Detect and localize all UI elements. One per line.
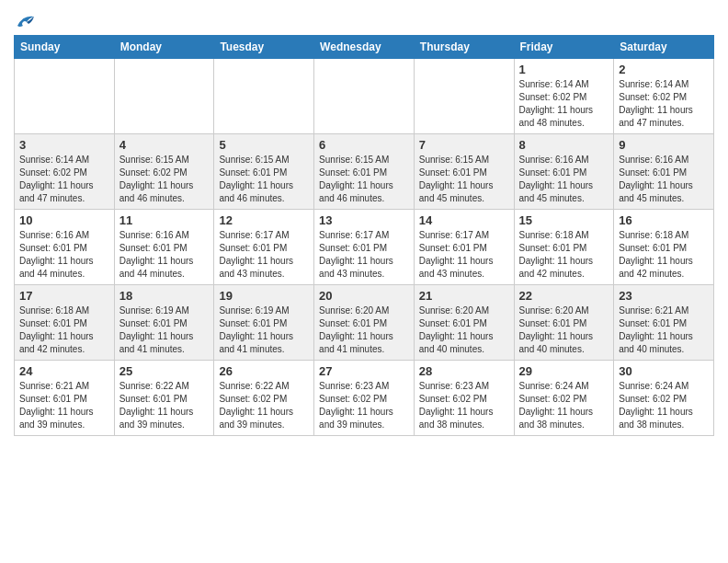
calendar-cell: 6Sunrise: 6:15 AMSunset: 6:01 PMDaylight… — [314, 134, 415, 210]
page: SundayMondayTuesdayWednesdayThursdayFrid… — [0, 0, 728, 450]
day-number: 11 — [119, 213, 210, 227]
day-info: Sunrise: 6:23 AMSunset: 6:02 PMDaylight:… — [319, 380, 409, 431]
calendar-cell: 3Sunrise: 6:14 AMSunset: 6:02 PMDaylight… — [15, 134, 115, 210]
calendar-cell: 11Sunrise: 6:16 AMSunset: 6:01 PMDayligh… — [114, 210, 214, 285]
calendar-cell: 13Sunrise: 6:17 AMSunset: 6:01 PMDayligh… — [314, 210, 415, 285]
day-info: Sunrise: 6:20 AMSunset: 6:01 PMDaylight:… — [419, 304, 509, 356]
calendar-cell: 16Sunrise: 6:18 AMSunset: 6:01 PMDayligh… — [614, 210, 714, 285]
day-info: Sunrise: 6:14 AMSunset: 6:02 PMDaylight:… — [619, 78, 709, 130]
calendar-cell: 21Sunrise: 6:20 AMSunset: 6:01 PMDayligh… — [414, 285, 514, 361]
day-info: Sunrise: 6:21 AMSunset: 6:01 PMDaylight:… — [619, 304, 709, 356]
calendar-header-saturday: Saturday — [614, 36, 714, 59]
calendar-header-friday: Friday — [514, 36, 614, 59]
calendar-header-wednesday: Wednesday — [314, 36, 415, 59]
calendar-cell: 15Sunrise: 6:18 AMSunset: 6:01 PMDayligh… — [514, 210, 614, 285]
day-number: 19 — [219, 289, 309, 303]
day-number: 26 — [219, 364, 309, 378]
day-info: Sunrise: 6:17 AMSunset: 6:01 PMDaylight:… — [419, 229, 509, 281]
day-info: Sunrise: 6:22 AMSunset: 6:01 PMDaylight:… — [119, 380, 210, 431]
day-number: 28 — [419, 364, 509, 378]
day-number: 14 — [419, 213, 509, 227]
calendar-cell: 20Sunrise: 6:20 AMSunset: 6:01 PMDayligh… — [314, 285, 415, 361]
day-number: 21 — [419, 289, 509, 303]
day-number: 18 — [119, 289, 210, 303]
calendar-header-thursday: Thursday — [414, 36, 514, 59]
day-number: 23 — [619, 289, 709, 303]
calendar-cell: 26Sunrise: 6:22 AMSunset: 6:02 PMDayligh… — [214, 361, 314, 436]
calendar-table: SundayMondayTuesdayWednesdayThursdayFrid… — [14, 35, 714, 436]
logo-text — [14, 13, 36, 29]
day-info: Sunrise: 6:18 AMSunset: 6:01 PMDaylight:… — [519, 229, 609, 281]
calendar-week-row: 3Sunrise: 6:14 AMSunset: 6:02 PMDaylight… — [15, 134, 714, 210]
day-number: 16 — [619, 213, 709, 227]
day-info: Sunrise: 6:23 AMSunset: 6:02 PMDaylight:… — [419, 380, 509, 431]
day-number: 9 — [619, 138, 709, 152]
day-info: Sunrise: 6:21 AMSunset: 6:01 PMDaylight:… — [19, 380, 109, 431]
day-info: Sunrise: 6:17 AMSunset: 6:01 PMDaylight:… — [319, 229, 409, 281]
day-number: 6 — [319, 138, 409, 152]
calendar-header-tuesday: Tuesday — [214, 36, 314, 59]
day-number: 15 — [519, 213, 609, 227]
day-info: Sunrise: 6:15 AMSunset: 6:01 PMDaylight:… — [319, 154, 409, 205]
calendar-cell: 8Sunrise: 6:16 AMSunset: 6:01 PMDaylight… — [514, 134, 614, 210]
calendar-cell — [314, 59, 415, 134]
calendar-cell: 2Sunrise: 6:14 AMSunset: 6:02 PMDaylight… — [614, 59, 714, 134]
calendar-cell: 24Sunrise: 6:21 AMSunset: 6:01 PMDayligh… — [15, 361, 115, 436]
day-info: Sunrise: 6:20 AMSunset: 6:01 PMDaylight:… — [319, 304, 409, 356]
calendar-header-row: SundayMondayTuesdayWednesdayThursdayFrid… — [15, 36, 714, 59]
day-info: Sunrise: 6:18 AMSunset: 6:01 PMDaylight:… — [619, 229, 709, 281]
day-number: 20 — [319, 289, 409, 303]
day-number: 30 — [619, 364, 709, 378]
calendar-header-sunday: Sunday — [15, 36, 115, 59]
calendar-cell: 27Sunrise: 6:23 AMSunset: 6:02 PMDayligh… — [314, 361, 415, 436]
calendar-cell — [214, 59, 314, 134]
day-number: 8 — [519, 138, 609, 152]
calendar-cell: 30Sunrise: 6:24 AMSunset: 6:02 PMDayligh… — [614, 361, 714, 436]
day-number: 2 — [619, 63, 709, 76]
day-info: Sunrise: 6:14 AMSunset: 6:02 PMDaylight:… — [19, 154, 109, 205]
day-number: 10 — [19, 213, 109, 227]
calendar-week-row: 17Sunrise: 6:18 AMSunset: 6:01 PMDayligh… — [15, 285, 714, 361]
calendar-cell: 19Sunrise: 6:19 AMSunset: 6:01 PMDayligh… — [214, 285, 314, 361]
day-number: 4 — [119, 138, 210, 152]
logo — [14, 9, 36, 28]
day-number: 12 — [219, 213, 309, 227]
logo-bird-icon — [16, 13, 36, 29]
day-number: 7 — [419, 138, 509, 152]
day-number: 25 — [119, 364, 210, 378]
day-info: Sunrise: 6:18 AMSunset: 6:01 PMDaylight:… — [19, 304, 109, 356]
calendar-cell — [114, 59, 214, 134]
day-info: Sunrise: 6:16 AMSunset: 6:01 PMDaylight:… — [619, 154, 709, 205]
day-info: Sunrise: 6:16 AMSunset: 6:01 PMDaylight:… — [519, 154, 609, 205]
day-info: Sunrise: 6:19 AMSunset: 6:01 PMDaylight:… — [119, 304, 210, 356]
calendar-cell: 22Sunrise: 6:20 AMSunset: 6:01 PMDayligh… — [514, 285, 614, 361]
calendar-week-row: 24Sunrise: 6:21 AMSunset: 6:01 PMDayligh… — [15, 361, 714, 436]
day-number: 17 — [19, 289, 109, 303]
day-info: Sunrise: 6:15 AMSunset: 6:01 PMDaylight:… — [419, 154, 509, 205]
calendar-cell: 18Sunrise: 6:19 AMSunset: 6:01 PMDayligh… — [114, 285, 214, 361]
day-info: Sunrise: 6:16 AMSunset: 6:01 PMDaylight:… — [19, 229, 109, 281]
calendar-cell: 10Sunrise: 6:16 AMSunset: 6:01 PMDayligh… — [15, 210, 115, 285]
calendar-cell: 23Sunrise: 6:21 AMSunset: 6:01 PMDayligh… — [614, 285, 714, 361]
calendar-cell — [15, 59, 115, 134]
calendar-header-monday: Monday — [114, 36, 214, 59]
day-number: 3 — [19, 138, 109, 152]
day-info: Sunrise: 6:16 AMSunset: 6:01 PMDaylight:… — [119, 229, 210, 281]
calendar-cell: 14Sunrise: 6:17 AMSunset: 6:01 PMDayligh… — [414, 210, 514, 285]
day-info: Sunrise: 6:22 AMSunset: 6:02 PMDaylight:… — [219, 380, 309, 431]
calendar-cell — [414, 59, 514, 134]
calendar-cell: 7Sunrise: 6:15 AMSunset: 6:01 PMDaylight… — [414, 134, 514, 210]
day-info: Sunrise: 6:24 AMSunset: 6:02 PMDaylight:… — [519, 380, 609, 431]
calendar-week-row: 1Sunrise: 6:14 AMSunset: 6:02 PMDaylight… — [15, 59, 714, 134]
day-info: Sunrise: 6:24 AMSunset: 6:02 PMDaylight:… — [619, 380, 709, 431]
calendar-cell: 4Sunrise: 6:15 AMSunset: 6:02 PMDaylight… — [114, 134, 214, 210]
calendar-week-row: 10Sunrise: 6:16 AMSunset: 6:01 PMDayligh… — [15, 210, 714, 285]
calendar-cell: 9Sunrise: 6:16 AMSunset: 6:01 PMDaylight… — [614, 134, 714, 210]
day-number: 5 — [219, 138, 309, 152]
calendar-cell: 5Sunrise: 6:15 AMSunset: 6:01 PMDaylight… — [214, 134, 314, 210]
day-info: Sunrise: 6:17 AMSunset: 6:01 PMDaylight:… — [219, 229, 309, 281]
day-number: 29 — [519, 364, 609, 378]
calendar-cell: 29Sunrise: 6:24 AMSunset: 6:02 PMDayligh… — [514, 361, 614, 436]
header — [14, 9, 714, 28]
day-number: 13 — [319, 213, 409, 227]
